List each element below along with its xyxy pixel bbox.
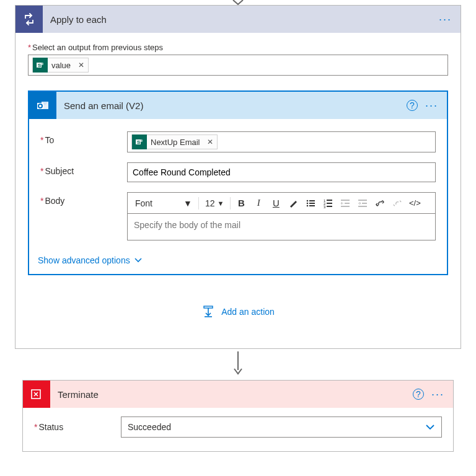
svg-point-13 — [307, 205, 309, 206]
body-label: *Body — [40, 192, 127, 240]
body-textarea[interactable]: Specify the body of the mail — [128, 214, 435, 240]
to-token-label: NextUp Email — [147, 138, 203, 147]
svg-rect-23 — [341, 206, 350, 207]
to-input[interactable]: S NextUp Email ✕ — [127, 131, 436, 152]
numbered-button[interactable]: 123 — [320, 195, 336, 211]
svg-rect-18 — [327, 203, 332, 204]
svg-rect-10 — [309, 200, 315, 201]
indent-button[interactable] — [355, 195, 371, 211]
outdent-button[interactable] — [337, 195, 353, 211]
bullets-button[interactable] — [302, 195, 319, 211]
svg-rect-24 — [358, 200, 367, 201]
terminate-card: Terminate ? ··· *Status Succeeded — [22, 380, 454, 452]
subject-input[interactable] — [127, 162, 436, 182]
svg-text:3: 3 — [324, 205, 326, 208]
svg-point-11 — [307, 202, 309, 204]
add-action-button[interactable]: Add an action — [201, 305, 275, 319]
chevron-down-icon — [425, 422, 435, 432]
terminate-header[interactable]: Terminate ? ··· — [23, 381, 453, 408]
apply-to-each-header[interactable]: Apply to each ··· — [15, 6, 461, 33]
help-icon[interactable]: ? — [407, 100, 418, 111]
show-advanced-link[interactable]: Show advanced options — [29, 255, 447, 274]
unlink-button[interactable] — [389, 195, 405, 211]
sharepoint-icon: S — [132, 134, 147, 149]
color-button[interactable] — [285, 195, 301, 211]
terminate-icon — [23, 381, 50, 408]
send-email-card: Send an email (V2) ? ··· *To S — [28, 90, 448, 275]
loop-icon — [15, 6, 43, 33]
svg-rect-22 — [345, 203, 350, 204]
underline-button[interactable]: U — [268, 195, 284, 211]
svg-rect-21 — [341, 200, 350, 201]
output-token-input[interactable]: S value ✕ — [28, 55, 448, 76]
font-select[interactable]: Font▼ — [131, 196, 196, 211]
chevron-down-icon: ▼ — [183, 198, 192, 208]
svg-rect-16 — [327, 200, 332, 201]
status-label: *Status — [34, 422, 121, 432]
send-email-title: Send an email (V2) — [56, 100, 407, 111]
link-button[interactable] — [372, 195, 388, 211]
fontsize-select[interactable]: 12▼ — [201, 196, 227, 211]
apply-to-each-card: Apply to each ··· *Select an output from… — [15, 5, 461, 349]
send-email-header[interactable]: Send an email (V2) ? ··· — [29, 92, 447, 119]
svg-point-8 — [140, 139, 143, 142]
to-token-remove[interactable]: ✕ — [203, 138, 217, 146]
chevron-down-icon — [134, 256, 143, 265]
svg-rect-20 — [327, 206, 332, 207]
svg-point-9 — [307, 200, 309, 201]
svg-rect-26 — [358, 206, 367, 207]
body-editor: Font▼ 12▼ B I U — [127, 192, 436, 240]
token-remove[interactable]: ✕ — [74, 61, 88, 69]
flow-arrow-top — [0, 0, 476, 5]
help-icon[interactable]: ? — [413, 389, 424, 400]
terminate-title: Terminate — [50, 389, 413, 400]
subject-label: *Subject — [40, 162, 127, 182]
flow-arrow-mid — [0, 349, 476, 380]
to-token[interactable]: S NextUp Email ✕ — [131, 134, 218, 149]
svg-rect-12 — [309, 203, 315, 204]
apply-to-each-title: Apply to each — [43, 14, 439, 25]
outlook-icon — [29, 92, 56, 119]
editor-toolbar: Font▼ 12▼ B I U — [128, 193, 435, 214]
send-email-menu[interactable]: ··· — [425, 100, 438, 111]
svg-rect-25 — [362, 203, 367, 204]
svg-rect-27 — [204, 306, 213, 308]
token-label: value — [48, 61, 74, 70]
add-action-row: Add an action — [28, 305, 448, 319]
apply-to-each-menu[interactable]: ··· — [439, 14, 452, 25]
terminate-menu[interactable]: ··· — [431, 389, 444, 400]
bold-button[interactable]: B — [233, 195, 249, 211]
to-label: *To — [40, 131, 127, 152]
svg-point-2 — [41, 63, 43, 65]
status-dropdown[interactable]: Succeeded — [121, 416, 442, 438]
svg-rect-14 — [309, 205, 315, 206]
status-value: Succeeded — [128, 422, 171, 432]
insert-step-icon — [201, 305, 215, 319]
sharepoint-icon: S — [33, 58, 48, 73]
italic-button[interactable]: I — [250, 195, 267, 211]
codeview-button[interactable]: </> — [407, 195, 423, 211]
value-token[interactable]: S value ✕ — [32, 58, 89, 73]
output-label: *Select an output from previous steps — [28, 43, 448, 52]
chevron-down-icon: ▼ — [217, 200, 224, 207]
